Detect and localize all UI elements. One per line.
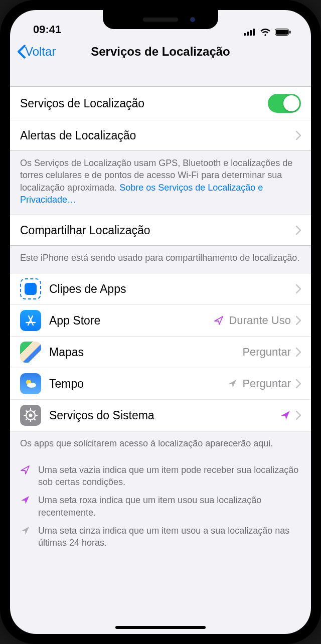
chevron-right-icon	[296, 411, 301, 420]
back-button[interactable]: Voltar	[17, 45, 56, 59]
location-services-toggle-row[interactable]: Serviços de Localização	[10, 87, 311, 120]
app-store-label: App Store	[49, 314, 100, 328]
system-services-row[interactable]: Serviços do Sistema	[10, 400, 311, 431]
weather-row[interactable]: Tempo Perguntar	[10, 368, 311, 400]
svg-line-17	[26, 411, 28, 412]
svg-line-18	[34, 418, 35, 420]
apps-group: Clipes de Apps App Store	[10, 273, 311, 431]
legend-hollow-arrow: Uma seta vazia indica que um item pode r…	[20, 464, 301, 489]
device-notch	[103, 10, 218, 29]
legend-gray-arrow: Uma seta cinza indica que um item usou a…	[20, 525, 301, 549]
cellular-icon	[244, 29, 256, 36]
weather-value: Perguntar	[242, 377, 291, 390]
app-clips-label: Clipes de Apps	[49, 282, 126, 296]
svg-line-19	[26, 418, 28, 420]
location-arrow-hollow-icon	[20, 465, 30, 475]
page-title: Serviços de Localização	[91, 45, 230, 59]
back-label: Voltar	[25, 45, 56, 59]
chevron-right-icon	[296, 226, 301, 235]
app-clips-row[interactable]: Clipes de Apps	[10, 273, 311, 305]
app-store-value: Durante Uso	[229, 314, 291, 327]
share-location-row[interactable]: Compartilhar Localização	[10, 215, 311, 245]
location-arrow-gray-icon	[20, 526, 30, 536]
location-arrow-hollow-icon	[214, 315, 224, 326]
svg-line-20	[34, 411, 35, 412]
chevron-right-icon	[296, 131, 301, 140]
maps-value: Perguntar	[242, 346, 291, 359]
chevron-right-icon	[296, 316, 301, 325]
svg-point-11	[27, 383, 36, 388]
app-store-row[interactable]: App Store Durante Uso	[10, 305, 311, 337]
location-services-footer: Os Serviços de Localização usam GPS, Blu…	[10, 151, 311, 215]
battery-icon	[275, 29, 291, 36]
app-clips-icon	[20, 278, 41, 299]
svg-rect-6	[289, 31, 291, 34]
svg-rect-1	[247, 32, 249, 36]
maps-row[interactable]: Mapas Perguntar	[10, 337, 311, 368]
location-alerts-row[interactable]: Alertas de Localização	[10, 120, 311, 150]
location-services-toggle[interactable]	[268, 94, 301, 113]
svg-point-21	[29, 414, 33, 417]
chevron-right-icon	[296, 379, 301, 388]
system-services-label: Serviços do Sistema	[49, 409, 154, 422]
system-services-icon	[20, 405, 41, 426]
location-arrow-purple-icon	[20, 495, 30, 505]
svg-rect-5	[276, 30, 288, 35]
weather-icon	[20, 373, 41, 394]
chevron-right-icon	[296, 348, 301, 357]
share-location-label: Compartilhar Localização	[20, 224, 150, 237]
svg-rect-0	[244, 33, 246, 36]
weather-label: Tempo	[49, 377, 84, 391]
location-services-label: Serviços de Localização	[20, 97, 144, 110]
location-alerts-label: Alertas de Localização	[20, 129, 136, 142]
maps-label: Mapas	[49, 346, 84, 359]
maps-icon	[20, 342, 41, 363]
location-arrow-gray-icon	[227, 379, 237, 389]
legend-purple-text: Uma seta roxa indica que um item usou su…	[38, 494, 301, 519]
home-indicator[interactable]	[115, 626, 206, 629]
chevron-right-icon	[296, 284, 301, 293]
app-store-icon	[20, 310, 41, 331]
apps-footer: Os apps que solicitarem acesso à localiz…	[10, 431, 311, 458]
status-time: 09:41	[33, 23, 61, 36]
share-location-group: Compartilhar Localização	[10, 215, 311, 246]
nav-bar: Voltar Serviços de Localização	[10, 36, 311, 67]
share-location-footer: Este iPhone está sendo usado para compar…	[10, 246, 311, 273]
svg-rect-2	[250, 30, 252, 36]
wifi-icon	[260, 28, 271, 36]
svg-rect-3	[253, 29, 255, 36]
legend: Uma seta vazia indica que um item pode r…	[10, 459, 311, 570]
legend-hollow-text: Uma seta vazia indica que um item pode r…	[38, 464, 301, 489]
legend-gray-text: Uma seta cinza indica que um item usou a…	[38, 525, 301, 549]
legend-purple-arrow: Uma seta roxa indica que um item usou su…	[20, 494, 301, 519]
location-services-group: Serviços de Localização Alertas de Local…	[10, 86, 311, 151]
location-arrow-purple-icon	[280, 410, 291, 421]
